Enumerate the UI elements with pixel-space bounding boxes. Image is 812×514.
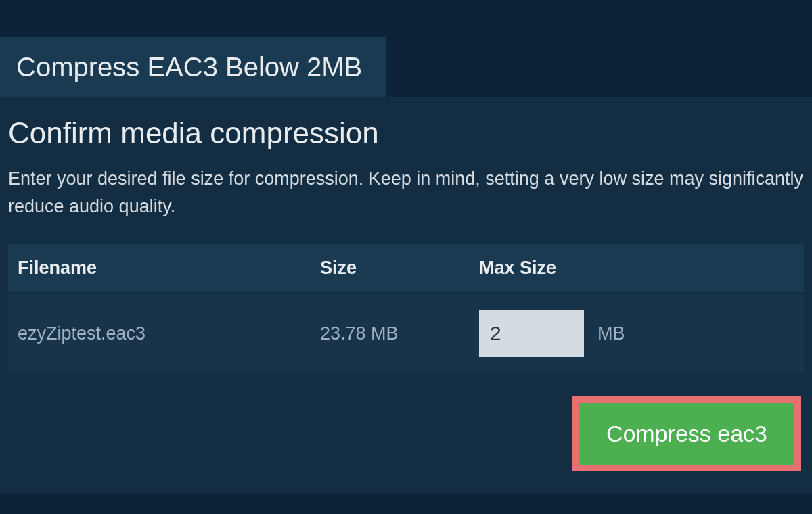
column-header-filename: Filename	[8, 244, 311, 293]
max-size-unit: MB	[597, 323, 625, 344]
page-heading: Confirm media compression	[8, 116, 804, 150]
file-table: Filename Size Max Size ezyZiptest.eac3 2…	[8, 244, 804, 373]
app-container: Compress EAC3 Below 2MB Confirm media co…	[0, 0, 812, 493]
tab-label: Compress EAC3 Below 2MB	[16, 52, 362, 82]
column-header-maxsize: Max Size	[470, 244, 804, 293]
column-header-size: Size	[311, 244, 470, 293]
compress-button[interactable]: Compress eac3	[572, 396, 801, 471]
active-tab[interactable]: Compress EAC3 Below 2MB	[0, 37, 386, 97]
table-header: Filename Size Max Size	[8, 244, 804, 293]
cell-maxsize: MB	[470, 293, 804, 373]
page-description: Enter your desired file size for compres…	[8, 165, 804, 220]
action-row: Compress eac3	[8, 396, 804, 471]
max-size-input[interactable]	[479, 310, 584, 357]
cell-filename: ezyZiptest.eac3	[8, 293, 311, 373]
content-panel: Confirm media compression Enter your des…	[0, 97, 812, 493]
table-row: ezyZiptest.eac3 23.78 MB MB	[8, 293, 804, 373]
cell-size: 23.78 MB	[311, 293, 470, 373]
